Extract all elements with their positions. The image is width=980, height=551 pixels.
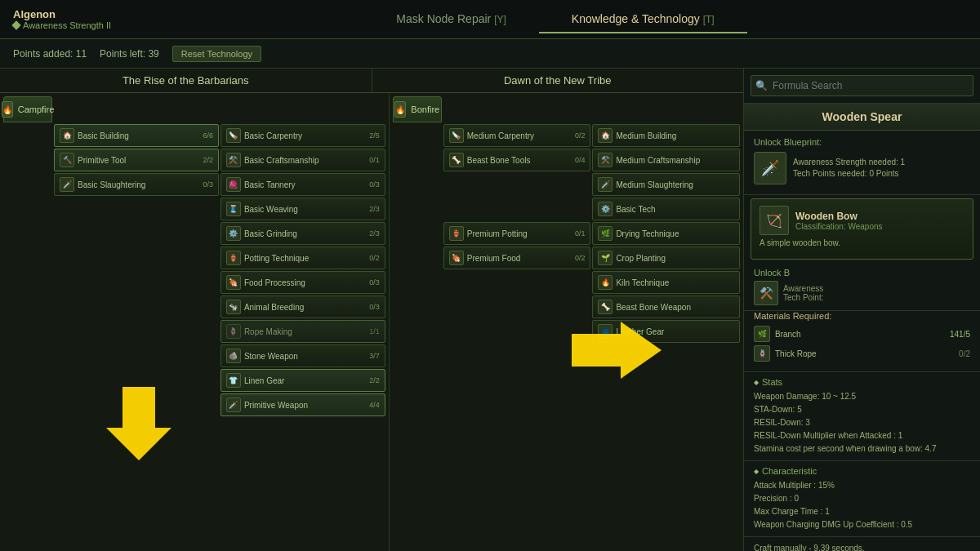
tech-node-drying-technique[interactable]: 🌿 Drying Technique (592, 222, 740, 245)
basic-weaving-icon: 🧵 (226, 202, 241, 216)
character-info: Algenon Awareness Strength II (0, 5, 131, 33)
tech-node-linen-gear[interactable]: 👕 Linen Gear 2/2 (220, 369, 385, 392)
tech-node-basic-carpentry[interactable]: 🪚 Basic Carpentry 2/5 (220, 124, 385, 147)
materials-title: Materials Required: (754, 311, 970, 321)
main-content: The Rise of the Barbarians Dawn of the N… (0, 69, 980, 551)
campfire-icon: 🔥 (2, 101, 13, 118)
char-attack-mult: Attack Multiplier : 15% (754, 479, 970, 492)
crop-planting-icon: 🌱 (598, 251, 612, 265)
stat-sta-down: STA-Down: 5 (754, 403, 970, 416)
bonfire-icon: 🔥 (394, 101, 406, 118)
basic-building-icon: 🏠 (60, 128, 74, 143)
char-precision: Precision : 0 (754, 492, 970, 505)
beast-bone-tools-icon: 🦴 (449, 153, 464, 167)
thick-rope-icon: 🪢 (754, 345, 770, 362)
campfire-header: 🔥 Campfire (3, 96, 52, 122)
primitive-tool-icon: 🔨 (60, 153, 74, 167)
stone-weapon-icon: 🪨 (226, 349, 241, 363)
section-header-dawn: Dawn of the New Tribe (372, 69, 744, 93)
tech-node-medium-carpentry[interactable]: 🪚 Medium Carpentry 0/2 (443, 124, 591, 147)
potting-technique-icon: 🏺 (226, 251, 241, 265)
tech-node-medium-building[interactable]: 🏠 Medium Building (592, 124, 740, 147)
unlock-b-block: Unlock B ⚒️ Awareness Tech Point: (744, 263, 980, 311)
tech-node-kiln-technique[interactable]: 🔥 Kiln Technique (592, 271, 740, 294)
stat-weapon-damage: Weapon Damage: 10 ~ 12.5 (754, 390, 970, 403)
unlock-b-item: ⚒️ Awareness Tech Point: (754, 281, 970, 305)
section-header-rise: The Rise of the Barbarians (0, 69, 372, 93)
animal-breeding-icon: 🐄 (226, 300, 241, 314)
tech-node-basic-weaving[interactable]: 🧵 Basic Weaving 2/3 (220, 198, 385, 220)
bonfire-header: 🔥 Bonfire (393, 96, 442, 122)
tooltip-classification: Classification: Weapons (795, 222, 883, 231)
reset-technology-button[interactable]: Reset Technology (172, 46, 261, 62)
diamond-icon (11, 20, 20, 29)
craft-time: Craft manually - 9.39 seconds. (754, 542, 970, 551)
tech-node-premium-potting[interactable]: 🏺 Premium Potting 0/1 (443, 222, 591, 245)
premium-food-icon: 🍖 (449, 251, 464, 265)
materials-list: Materials Required: 🌿 Branch 141/5 🪢 Thi… (744, 311, 980, 371)
spear-icon-large: 🗡️ (754, 152, 786, 184)
tech-node-stone-weapon[interactable]: 🪨 Stone Weapon 3/7 (220, 344, 385, 367)
stat-resil-down: RESIL-Down: 3 (754, 416, 970, 429)
basic-tech-icon: ⚙️ (598, 202, 612, 216)
stat-resil-multiplier: RESIL-Down Multiplier when Attacked : 1 (754, 429, 970, 442)
tech-node-beast-bone-weapon[interactable]: 🦴 Beast Bone Weapon (592, 295, 740, 318)
tech-node-primitive-weapon[interactable]: 🗡️ Primitive Weapon 4/4 (220, 393, 385, 416)
tech-tree-area: The Rise of the Barbarians Dawn of the N… (0, 69, 743, 551)
formula-search-input[interactable] (751, 75, 973, 96)
stats-title: Stats (754, 377, 970, 387)
basic-grinding-icon: ⚙️ (226, 226, 241, 241)
yellow-arrow-down (106, 387, 172, 464)
tech-node-basic-tannery[interactable]: 🧶 Basic Tannery 0/3 (220, 173, 385, 196)
tech-node-basic-tech[interactable]: ⚙️ Basic Tech (592, 198, 740, 220)
char-weapon-dmg-coeff: Weapon Charging DMG Up Coefficient : 0.5 (754, 518, 970, 531)
tooltip-description: A simple wooden bow. (760, 238, 964, 247)
tooltip-title: Wooden Bow (795, 211, 883, 222)
unlock-b-awareness: Awareness (783, 284, 823, 293)
primitive-weapon-icon: 🗡️ (226, 398, 241, 412)
premium-potting-icon: 🏺 (449, 226, 464, 241)
tech-node-medium-slaughtering[interactable]: 🗡️ Medium Slaughtering (592, 173, 740, 196)
campfire-col-2: 🪚 Basic Carpentry 2/5 ⚒️ Basic Craftsman… (220, 96, 385, 548)
tech-node-food-processing[interactable]: 🍖 Food Processing 0/3 (220, 271, 385, 294)
unlock-blueprint-label: Unlock Blueprint: (754, 137, 970, 147)
tech-node-beast-bone-tools[interactable]: 🦴 Beast Bone Tools 0/4 (443, 149, 591, 171)
basic-tannery-icon: 🧶 (226, 177, 241, 192)
branch-icon: 🌿 (754, 326, 770, 342)
medium-craftsmanship-icon: ⚒️ (598, 153, 612, 167)
yellow-arrow-right (572, 322, 662, 382)
character-name: Algenon (13, 8, 118, 20)
tab-mask-node-repair[interactable]: Mask Node Repair [Y] (363, 6, 539, 33)
tech-node-rope-making[interactable]: 🪢 Rope Making 1/1 (220, 320, 385, 343)
medium-carpentry-icon: 🪚 (449, 128, 464, 143)
tab-bar: Mask Node Repair [Y] Knowledge & Technol… (131, 6, 980, 33)
craft-info-section: Craft manually - 9.39 seconds. Obtain 10… (744, 536, 980, 551)
tech-node-basic-building[interactable]: 🏠 Basic Building 6/6 (54, 124, 219, 147)
tech-node-potting-technique[interactable]: 🏺 Potting Technique 0/2 (220, 247, 385, 269)
top-bar: Algenon Awareness Strength II Mask Node … (0, 0, 980, 39)
character-level: Awareness Strength II (13, 20, 118, 30)
medium-slaughtering-icon: 🗡️ (598, 177, 612, 192)
tech-node-basic-slaughtering[interactable]: 🗡️ Basic Slaughtering 0/3 (54, 173, 219, 196)
tech-node-basic-craftsmanship[interactable]: ⚒️ Basic Craftsmanship 0/1 (220, 149, 385, 171)
tech-node-crop-planting[interactable]: 🌱 Crop Planting (592, 247, 740, 269)
tech-node-medium-craftsmanship[interactable]: ⚒️ Medium Craftsmanship (592, 149, 740, 171)
sub-header: Points added: 11 Points left: 39 Reset T… (0, 39, 980, 69)
tech-node-animal-breeding[interactable]: 🐄 Animal Breeding 0/3 (220, 295, 385, 318)
basic-carpentry-icon: 🪚 (226, 128, 241, 143)
item-detail-title: Wooden Spear (744, 104, 980, 131)
unlock-b-item-icon: ⚒️ (754, 281, 778, 305)
tech-node-primitive-tool[interactable]: 🔨 Primitive Tool 2/2 (54, 149, 219, 171)
tech-node-basic-grinding[interactable]: ⚙️ Basic Grinding 2/3 (220, 222, 385, 245)
item-preview: 🗡️ Awareness Strength needed: 1 Tech Poi… (754, 152, 970, 184)
char-max-charge: Max Charge Time : 1 (754, 505, 970, 518)
kiln-technique-icon: 🔥 (598, 275, 612, 290)
bonfire-group: 🔥 Bonfire 🪚 Medium Carpentry 0/2 🦴 Beast… (390, 93, 743, 551)
rope-making-icon: 🪢 (226, 324, 241, 339)
search-icon: 🔍 (755, 80, 768, 91)
svg-marker-1 (572, 322, 662, 379)
basic-slaughtering-icon: 🗡️ (60, 177, 74, 192)
points-added: Points added: 11 (13, 48, 87, 60)
tech-node-premium-food[interactable]: 🍖 Premium Food 0/2 (443, 247, 591, 269)
tab-knowledge-technology[interactable]: Knowledge & Technology [T] (539, 6, 747, 33)
